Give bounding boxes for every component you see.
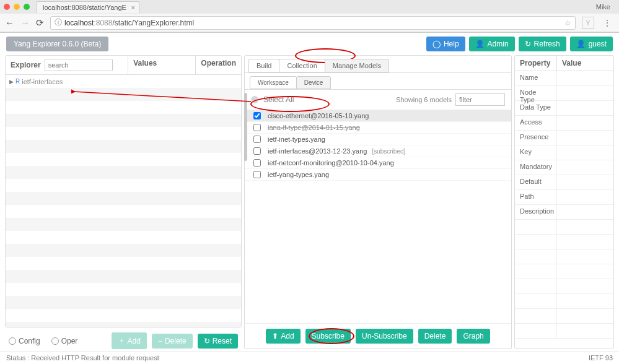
close-window-icon[interactable]	[4, 4, 10, 10]
select-all-toggle[interactable]	[251, 96, 258, 103]
select-all-label: Select All	[263, 95, 294, 104]
property-value	[557, 86, 613, 100]
property-name: Mandatory	[515, 160, 557, 175]
refresh-label: Refresh	[534, 40, 560, 48]
model-name: cisco-ethernet@2016-05-10.yang	[268, 112, 369, 119]
property-value	[557, 205, 613, 219]
explorer-label: Explorer	[11, 61, 41, 69]
values-header: Values	[128, 56, 196, 74]
property-row: Node Type	[515, 86, 613, 101]
model-row[interactable]: ietf-yang-types.yang	[245, 169, 511, 181]
model-name: ietf-inet-types.yang	[268, 136, 325, 143]
status-right: IETF 93	[589, 354, 613, 362]
model-checkbox[interactable]	[253, 171, 261, 178]
explorer-reset-button[interactable]: ↻Reset	[198, 334, 238, 349]
explorer-header: Explorer	[6, 56, 128, 74]
property-row-empty	[515, 249, 613, 264]
person-icon: 👤	[576, 40, 586, 48]
add-label: Add	[128, 337, 141, 345]
center-subtabs: Workspace Device	[245, 72, 511, 89]
help-button[interactable]: ◯Help	[426, 37, 465, 51]
oper-radio[interactable]: Oper	[51, 337, 78, 345]
zoom-window-icon[interactable]	[24, 4, 30, 10]
property-name: Default	[515, 175, 557, 189]
guest-button[interactable]: 👤guest	[570, 37, 613, 51]
value-header: Value	[557, 56, 613, 71]
address-bar[interactable]: ⓘ localhost:8088/static/YangExplorer.htm…	[50, 16, 576, 30]
expand-icon[interactable]: ▶	[9, 79, 14, 85]
filter-input[interactable]	[455, 93, 505, 106]
model-checkbox[interactable]	[253, 112, 261, 119]
reload-icon[interactable]: ⟳	[36, 17, 44, 28]
status-bar: Status : Received HTTP Result for module…	[0, 351, 619, 364]
models-delete-button[interactable]: Delete	[418, 329, 452, 344]
explorer-tree[interactable]: ▶ R ietf-interfaces	[6, 75, 241, 327]
tab-build[interactable]: Build	[248, 59, 279, 72]
model-row[interactable]: ietf-netconf-monitoring@2010-10-04.yang	[245, 157, 511, 169]
back-icon[interactable]: ←	[5, 17, 14, 28]
config-label: Config	[19, 337, 40, 345]
models-add-button[interactable]: ⬆Add	[266, 329, 300, 344]
forward-icon: →	[20, 17, 30, 28]
models-add-label: Add	[281, 332, 294, 340]
user-icon: 👤	[475, 40, 485, 48]
property-name: Data Type	[515, 101, 557, 115]
explorer-add-button[interactable]: ＋Add	[112, 332, 147, 349]
property-value	[557, 116, 613, 130]
property-row-empty	[515, 309, 613, 324]
model-name: ietf-netconf-monitoring@2010-10-04.yang	[268, 159, 394, 167]
property-name: Description	[515, 205, 557, 219]
url-port: :8088	[94, 19, 112, 27]
help-label: Help	[444, 40, 459, 48]
guest-label: guest	[589, 40, 607, 48]
property-rows: NameNode TypeData TypeAccessPresenceKeyM…	[515, 71, 613, 339]
reset-label: Reset	[213, 337, 232, 345]
tab-manage-models[interactable]: Manage Models	[325, 59, 389, 72]
bookmark-icon[interactable]: ☆	[564, 19, 571, 27]
model-row[interactable]: ietf-inet-types.yang	[245, 134, 511, 145]
subtab-device[interactable]: Device	[296, 76, 331, 89]
property-row: Key	[515, 145, 613, 160]
property-name: Path	[515, 190, 557, 204]
property-row: Data Type	[515, 101, 613, 116]
close-tab-icon[interactable]: ×	[131, 4, 135, 11]
model-list[interactable]: cisco-ethernet@2016-05-10.yangiana-if-ty…	[245, 110, 511, 323]
browser-menu-icon[interactable]: ⋮	[600, 18, 614, 28]
app-version-pill: Yang Explorer 0.6.0 (Beta)	[6, 37, 108, 51]
model-checkbox[interactable]	[253, 147, 261, 155]
models-panel: Build Collection Manage Models Workspace…	[244, 55, 512, 349]
model-checkbox[interactable]	[253, 136, 261, 143]
tab-collections[interactable]: Collection	[279, 59, 325, 72]
explorer-panel: Explorer Values Operation ▶ R ietf-inter…	[5, 55, 242, 327]
admin-button[interactable]: 👤Admin	[469, 37, 515, 51]
graph-button[interactable]: Graph	[457, 329, 489, 344]
showing-count: Showing 6 models	[396, 96, 452, 103]
property-value	[557, 190, 613, 204]
minimize-window-icon[interactable]	[14, 4, 20, 10]
scrollbar-thumb[interactable]	[244, 93, 247, 161]
window-controls[interactable]	[4, 4, 30, 10]
property-row: Mandatory	[515, 160, 613, 175]
profile-name[interactable]: Mike	[596, 3, 615, 11]
subscribe-button[interactable]: Subscribe	[305, 329, 351, 344]
model-checkbox[interactable]	[253, 124, 261, 131]
site-info-icon[interactable]: ⓘ	[55, 17, 62, 28]
extension-icon[interactable]: Y	[582, 17, 594, 29]
model-row[interactable]: cisco-ethernet@2016-05-10.yang	[245, 110, 511, 122]
unsubscribe-button[interactable]: Un-Subscribe	[356, 329, 413, 344]
config-radio[interactable]: Config	[9, 337, 40, 345]
plus-icon: ＋	[118, 336, 125, 346]
subtab-workspace[interactable]: Workspace	[250, 76, 297, 89]
model-subscribed-badge: [subscribed]	[372, 148, 405, 155]
refresh-button[interactable]: ↻Refresh	[519, 37, 566, 51]
search-input[interactable]	[45, 59, 113, 71]
model-checkbox[interactable]	[253, 159, 261, 167]
module-icon: R	[15, 78, 20, 85]
property-row-empty	[515, 294, 613, 309]
model-name: ietf-yang-types.yang	[268, 171, 329, 178]
tree-item[interactable]: ▶ R ietf-interfaces	[6, 75, 241, 88]
browser-tab[interactable]: localhost:8088/static/YangE ×	[36, 1, 139, 13]
model-row[interactable]: iana-if-type@2014-01-15.yang	[245, 122, 511, 134]
explorer-delete-button[interactable]: −Delete	[152, 334, 193, 349]
model-row[interactable]: ietf-interfaces@2013-12-23.yang[subscrib…	[245, 145, 511, 157]
